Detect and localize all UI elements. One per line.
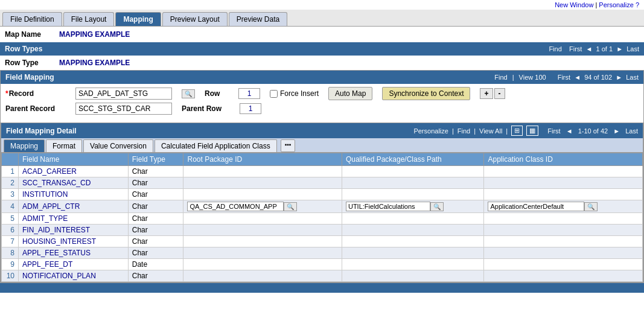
map-name-row: Map Name MAPPING EXAMPLE [0, 27, 644, 42]
force-insert-checkbox[interactable] [270, 90, 278, 98]
table-row: 1ACAD_CAREERChar [2, 166, 643, 177]
app-class-id-cell [484, 270, 643, 282]
record-input[interactable] [75, 88, 172, 100]
row-types-first-link[interactable]: First [569, 45, 582, 53]
field-name-link[interactable]: ADM_APPL_CTR [22, 202, 80, 211]
field-name-link[interactable]: NOTIFICATION_PLAN [22, 272, 96, 280]
parent-record-input[interactable] [75, 103, 172, 115]
col-app-class-id-header[interactable]: Application Class ID [484, 153, 643, 166]
field-name-link[interactable]: APPL_FEE_STATUS [22, 249, 91, 257]
root-package-search-button[interactable]: 🔍 [284, 202, 297, 211]
row-types-find-link[interactable]: Find [549, 45, 561, 53]
fm-row-parent: Parent Record Parent Row [5, 103, 639, 115]
field-type-cell: Char [128, 270, 183, 282]
field-name-link[interactable]: FIN_AID_INTEREST [22, 226, 90, 234]
add-row-button[interactable]: + [480, 88, 493, 99]
table-row: 7HOUSING_INTERESTChar [2, 236, 643, 247]
app-class-id-cell [484, 225, 643, 236]
col-field-name-header[interactable]: Field Name [19, 153, 129, 166]
row-types-header: Row Types Find First ◄ 1 of 1 ► Last [0, 42, 644, 56]
fm-first-link[interactable]: First [558, 74, 570, 81]
personalize-link[interactable]: Personalize ? [599, 1, 639, 8]
remove-row-button[interactable]: - [494, 88, 505, 99]
parent-row-input[interactable] [240, 103, 261, 114]
table-row: 3INSTITUTIONChar [2, 189, 643, 200]
root-package-cell [183, 213, 342, 225]
table-row: 4ADM_APPL_CTRChar🔍🔍🔍 [2, 200, 643, 213]
col-qualified-path-header[interactable]: Qualified Package/Class Path [342, 153, 484, 166]
force-insert-group: Force Insert [270, 89, 319, 98]
field-mapping-find-link[interactable]: Find [494, 74, 507, 81]
field-name-link[interactable]: APPL_FEE_DT [22, 260, 72, 269]
auto-map-button[interactable]: Auto Map [328, 87, 372, 100]
row-type-label: Row Type [5, 59, 59, 67]
qualified-path-sort[interactable]: Qualified Package/Class Path [346, 155, 442, 164]
tab-preview-layout[interactable]: Preview Layout [162, 12, 228, 26]
field-type-cell: Char [128, 236, 183, 247]
table-row: 10NOTIFICATION_PLANChar [2, 270, 643, 282]
fmd-find-link[interactable]: Find [457, 127, 470, 135]
map-name-value: MAPPING EXAMPLE [59, 30, 130, 39]
row-input[interactable] [238, 88, 260, 99]
field-name-link[interactable]: ADMIT_TYPE [22, 214, 68, 223]
table-row: 6FIN_AID_INTERESTChar [2, 225, 643, 236]
field-mapping-title: Field Mapping [5, 73, 54, 81]
app-class-id-sort[interactable]: Application Class ID [488, 155, 552, 164]
qualified-path-cell [342, 177, 484, 189]
row-label: Row [205, 89, 229, 98]
field-mapping-view-link[interactable]: View 100 [519, 74, 546, 81]
fmd-first-link[interactable]: First [547, 127, 560, 135]
field-name-link[interactable]: ACAD_CAREER [22, 167, 77, 176]
sub-tab-mapping[interactable]: Mapping [4, 139, 45, 152]
tab-preview-data[interactable]: Preview Data [229, 12, 287, 26]
field-type-cell: Char [128, 213, 183, 225]
field-type-cell: Char [128, 177, 183, 189]
app-class-id-input[interactable] [488, 202, 584, 211]
root-package-cell [183, 189, 342, 200]
sync-button[interactable]: Synchronize to Context [382, 87, 470, 100]
root-package-cell [183, 236, 342, 247]
root-package-sort[interactable]: Root Package ID [187, 155, 242, 164]
fmd-view-all-link[interactable]: View All [479, 127, 502, 135]
tab-file-definition[interactable]: File Definition [2, 12, 62, 26]
app-class-id-search-button[interactable]: 🔍 [584, 202, 598, 211]
root-package-cell [183, 166, 342, 177]
app-class-id-cell: 🔍 [484, 200, 643, 213]
root-package-input[interactable] [187, 202, 284, 211]
qualified-path-input[interactable] [346, 202, 430, 211]
tab-mapping[interactable]: Mapping [115, 12, 161, 26]
fmd-last-link[interactable]: Last [625, 127, 638, 135]
field-name-sort[interactable]: Field Name [22, 155, 59, 164]
field-mapping-detail-container: Field Mapping Detail Personalize | Find … [1, 123, 643, 282]
row-number: 9 [2, 259, 19, 270]
fmd-nav-count: 1-10 of 42 [578, 127, 608, 135]
field-name-link[interactable]: HOUSING_INTEREST [22, 237, 96, 246]
fmd-table-icon[interactable]: ▦ [526, 126, 538, 136]
row-number: 2 [2, 177, 19, 189]
field-type-sort[interactable]: Field Type [132, 155, 165, 164]
record-search-button[interactable]: 🔍 [182, 89, 195, 98]
fmd-grid-icon[interactable]: ⊞ [511, 126, 523, 136]
sub-tab-format[interactable]: Format [46, 139, 82, 152]
main-tabs: File Definition File Layout Mapping Prev… [0, 10, 644, 27]
sub-tab-calc-field[interactable]: Calculated Field Application Class [155, 139, 277, 152]
sub-tab-value-conversion[interactable]: Value Conversion [83, 139, 153, 152]
field-name-link[interactable]: SCC_TRANSAC_CD [22, 179, 91, 187]
map-name-label: Map Name [5, 30, 59, 39]
col-field-type-header[interactable]: Field Type [128, 153, 183, 166]
fmd-header: Field Mapping Detail Personalize | Find … [1, 123, 643, 138]
root-package-cell: 🔍 [183, 200, 342, 213]
field-name-link[interactable]: INSTITUTION [22, 190, 68, 199]
row-number: 3 [2, 189, 19, 200]
tab-file-layout[interactable]: File Layout [63, 12, 115, 26]
col-root-package-header[interactable]: Root Package ID [183, 153, 342, 166]
fmd-personalize-link[interactable]: Personalize [413, 127, 448, 135]
sub-tab-icon[interactable]: ▪▪▪ [281, 139, 296, 152]
fm-last-link[interactable]: Last [626, 74, 639, 81]
qualified-path-cell: 🔍 [342, 200, 484, 213]
root-package-cell [183, 247, 342, 259]
field-type-cell: Char [128, 225, 183, 236]
row-types-last-link[interactable]: Last [626, 45, 639, 53]
new-window-link[interactable]: New Window [555, 1, 593, 8]
qualified-path-search-button[interactable]: 🔍 [430, 202, 444, 211]
